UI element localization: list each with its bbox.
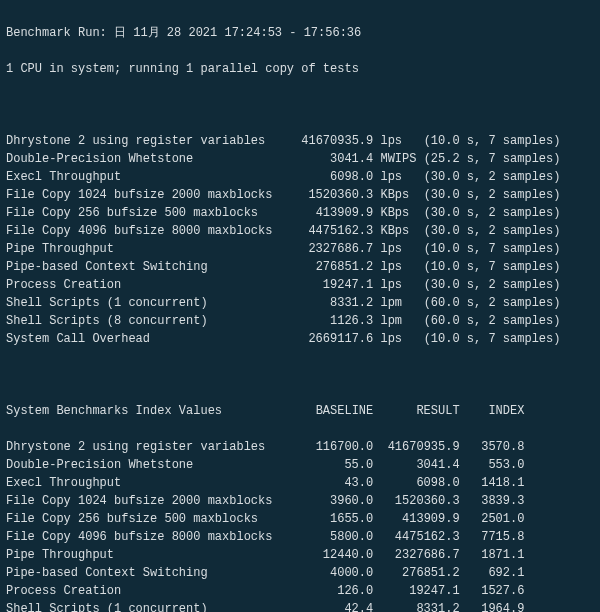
test-baseline: 5800.0	[301, 528, 373, 546]
test-timing: (30.0 s, 2 samples)	[416, 276, 589, 294]
test-baseline: 55.0	[301, 456, 373, 474]
raw-row: File Copy 256 bufsize 500 maxblocks41390…	[6, 204, 594, 222]
index-row: File Copy 256 bufsize 500 maxblocks1655.…	[6, 510, 594, 528]
test-value: 4475162.3	[301, 222, 373, 240]
index-row: File Copy 1024 bufsize 2000 maxblocks396…	[6, 492, 594, 510]
test-value: 3041.4	[301, 150, 373, 168]
test-baseline: 126.0	[301, 582, 373, 600]
test-name: Double-Precision Whetstone	[6, 456, 301, 474]
test-timing: (30.0 s, 2 samples)	[416, 222, 589, 240]
index-header-index: INDEX	[460, 402, 525, 420]
test-unit: lpm	[373, 312, 416, 330]
test-value: 6098.0	[301, 168, 373, 186]
test-index: 3570.8	[460, 438, 525, 456]
test-unit: lps	[373, 168, 416, 186]
test-unit: KBps	[373, 222, 416, 240]
raw-row: System Call Overhead2669117.6 lps(10.0 s…	[6, 330, 594, 348]
test-name: System Call Overhead	[6, 330, 301, 348]
test-timing: (10.0 s, 7 samples)	[416, 240, 589, 258]
index-row: File Copy 4096 bufsize 8000 maxblocks580…	[6, 528, 594, 546]
run-time: 日 11月 28 2021 17:24:53 - 17:56:36	[114, 24, 361, 42]
test-timing: (10.0 s, 7 samples)	[416, 330, 589, 348]
test-value: 8331.2	[301, 294, 373, 312]
raw-row: Pipe-based Context Switching276851.2 lps…	[6, 258, 594, 276]
test-timing: (30.0 s, 2 samples)	[416, 204, 589, 222]
test-name: Pipe Throughput	[6, 546, 301, 564]
test-result: 2327686.7	[373, 546, 459, 564]
raw-row: Dhrystone 2 using register variables4167…	[6, 132, 594, 150]
index-results-block: Dhrystone 2 using register variables1167…	[6, 438, 594, 612]
test-index: 1418.1	[460, 474, 525, 492]
test-baseline: 3960.0	[301, 492, 373, 510]
test-name: Shell Scripts (1 concurrent)	[6, 294, 301, 312]
test-baseline: 12440.0	[301, 546, 373, 564]
test-unit: KBps	[373, 204, 416, 222]
test-name: File Copy 1024 bufsize 2000 maxblocks	[6, 186, 301, 204]
test-unit: lps	[373, 240, 416, 258]
test-baseline: 42.4	[301, 600, 373, 612]
index-row: Pipe-based Context Switching4000.0276851…	[6, 564, 594, 582]
test-name: File Copy 4096 bufsize 8000 maxblocks	[6, 222, 301, 240]
test-index: 2501.0	[460, 510, 525, 528]
test-timing: (10.0 s, 7 samples)	[416, 132, 589, 150]
test-baseline: 1655.0	[301, 510, 373, 528]
index-header-baseline: BASELINE	[301, 402, 373, 420]
test-name: File Copy 4096 bufsize 8000 maxblocks	[6, 528, 301, 546]
index-header-row: System Benchmarks Index ValuesBASELINERE…	[6, 402, 594, 420]
test-index: 7715.8	[460, 528, 525, 546]
test-unit: lps	[373, 276, 416, 294]
test-timing: (10.0 s, 7 samples)	[416, 258, 589, 276]
test-baseline: 43.0	[301, 474, 373, 492]
test-unit: lps	[373, 258, 416, 276]
test-name: Process Creation	[6, 276, 301, 294]
raw-row: Pipe Throughput2327686.7 lps(10.0 s, 7 s…	[6, 240, 594, 258]
index-row: Process Creation126.019247.11527.6	[6, 582, 594, 600]
test-result: 3041.4	[373, 456, 459, 474]
test-name: Shell Scripts (1 concurrent)	[6, 600, 301, 612]
test-result: 19247.1	[373, 582, 459, 600]
test-result: 6098.0	[373, 474, 459, 492]
run-prefix: Benchmark Run:	[6, 24, 114, 42]
index-row: Shell Scripts (1 concurrent)42.48331.219…	[6, 600, 594, 612]
test-result: 8331.2	[373, 600, 459, 612]
test-unit: MWIPS	[373, 150, 416, 168]
raw-row: Double-Precision Whetstone3041.4 MWIPS(2…	[6, 150, 594, 168]
test-result: 276851.2	[373, 564, 459, 582]
raw-row: Execl Throughput6098.0 lps(30.0 s, 2 sam…	[6, 168, 594, 186]
test-result: 4475162.3	[373, 528, 459, 546]
raw-row: Process Creation19247.1 lps(30.0 s, 2 sa…	[6, 276, 594, 294]
terminal-output: Benchmark Run: 日 11月 28 2021 17:24:53 - …	[0, 0, 600, 612]
index-row: Execl Throughput43.06098.01418.1	[6, 474, 594, 492]
test-name: Pipe-based Context Switching	[6, 258, 301, 276]
test-unit: lpm	[373, 294, 416, 312]
test-timing: (60.0 s, 2 samples)	[416, 312, 589, 330]
test-name: Double-Precision Whetstone	[6, 150, 301, 168]
raw-row: File Copy 4096 bufsize 8000 maxblocks447…	[6, 222, 594, 240]
test-value: 2327686.7	[301, 240, 373, 258]
test-baseline: 116700.0	[301, 438, 373, 456]
test-index: 692.1	[460, 564, 525, 582]
test-timing: (60.0 s, 2 samples)	[416, 294, 589, 312]
raw-results-block: Dhrystone 2 using register variables4167…	[6, 132, 594, 348]
test-unit: lps	[373, 330, 416, 348]
cpu-line: 1 CPU in system; running 1 parallel copy…	[6, 60, 594, 78]
test-name: File Copy 256 bufsize 500 maxblocks	[6, 204, 301, 222]
test-index: 1964.9	[460, 600, 525, 612]
test-value: 41670935.9	[301, 132, 373, 150]
test-result: 1520360.3	[373, 492, 459, 510]
benchmark-run-line: Benchmark Run: 日 11月 28 2021 17:24:53 - …	[6, 24, 594, 42]
raw-row: File Copy 1024 bufsize 2000 maxblocks152…	[6, 186, 594, 204]
test-timing: (25.2 s, 7 samples)	[416, 150, 589, 168]
index-row: Pipe Throughput12440.02327686.71871.1	[6, 546, 594, 564]
test-name: Execl Throughput	[6, 474, 301, 492]
test-name: Dhrystone 2 using register variables	[6, 438, 301, 456]
test-index: 1871.1	[460, 546, 525, 564]
test-value: 1126.3	[301, 312, 373, 330]
test-unit: KBps	[373, 186, 416, 204]
test-result: 413909.9	[373, 510, 459, 528]
index-header-name: System Benchmarks Index Values	[6, 402, 301, 420]
test-value: 2669117.6	[301, 330, 373, 348]
test-result: 41670935.9	[373, 438, 459, 456]
test-name: Pipe Throughput	[6, 240, 301, 258]
index-row: Double-Precision Whetstone55.03041.4553.…	[6, 456, 594, 474]
